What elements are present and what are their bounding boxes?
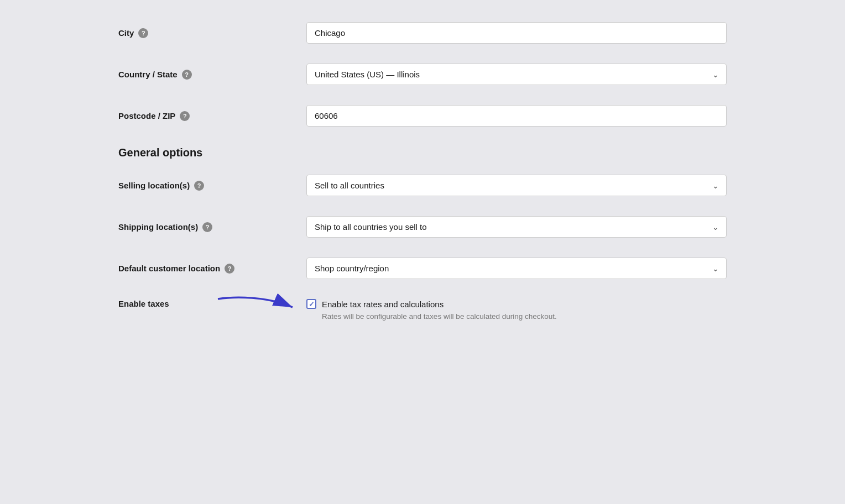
city-input[interactable] [306,22,727,44]
general-options-title: General options [118,146,727,159]
country-state-label: Country / State [118,70,178,79]
postcode-label: Postcode / ZIP [118,111,175,120]
shipping-locations-help-icon[interactable]: ? [202,222,212,232]
default-customer-location-select[interactable]: Shop country/region No location by defau… [306,258,727,279]
default-customer-location-label: Default customer location [118,264,220,273]
enable-taxes-checkbox-label: Enable tax rates and calculations [322,300,444,309]
selling-locations-row: Selling location(s) ? Sell to all countr… [118,175,727,196]
selling-locations-label: Selling location(s) [118,181,190,190]
postcode-row: Postcode / ZIP ? [118,105,727,127]
shipping-locations-select[interactable]: Ship to all countries you sell to Ship t… [306,216,727,238]
selling-locations-field: Sell to all countries Sell to specific c… [306,175,727,196]
enable-taxes-row: Enable taxes ✓ Enable tax rates and calc… [118,299,727,321]
country-state-select[interactable]: United States (US) — Illinois United Sta… [306,64,727,85]
city-help-icon[interactable]: ? [138,28,148,38]
postcode-input[interactable] [306,105,727,127]
city-label-group: City ? [118,28,306,38]
checkmark-icon: ✓ [309,300,315,308]
country-state-help-icon[interactable]: ? [182,70,192,80]
default-customer-location-row: Default customer location ? Shop country… [118,258,727,279]
enable-taxes-hint: Rates will be configurable and taxes wil… [322,312,727,321]
shipping-locations-label: Shipping location(s) [118,222,198,232]
city-label: City [118,28,134,38]
default-customer-location-field: Shop country/region No location by defau… [306,258,727,279]
shipping-locations-field: Ship to all countries you sell to Ship t… [306,216,727,238]
country-state-row: Country / State ? United States (US) — I… [118,64,727,85]
country-state-field: United States (US) — Illinois United Sta… [306,64,727,85]
postcode-field [306,105,727,127]
form-container: City ? Country / State ? United States (… [118,22,727,321]
city-row: City ? [118,22,727,44]
shipping-locations-label-group: Shipping location(s) ? [118,222,306,232]
city-field [306,22,727,44]
selling-locations-help-icon[interactable]: ? [194,181,204,191]
enable-taxes-checkbox[interactable]: ✓ [306,299,316,309]
selling-locations-label-group: Selling location(s) ? [118,181,306,191]
default-customer-location-select-wrapper: Shop country/region No location by defau… [306,258,727,279]
enable-taxes-label: Enable taxes [118,299,169,308]
postcode-help-icon[interactable]: ? [180,111,190,121]
enable-taxes-label-group: Enable taxes [118,299,306,308]
enable-taxes-field: ✓ Enable tax rates and calculations Rate… [306,299,727,321]
postcode-label-group: Postcode / ZIP ? [118,111,306,121]
shipping-locations-row: Shipping location(s) ? Ship to all count… [118,216,727,238]
default-customer-location-label-group: Default customer location ? [118,264,306,274]
selling-locations-select-wrapper: Sell to all countries Sell to specific c… [306,175,727,196]
country-state-select-wrapper: United States (US) — Illinois United Sta… [306,64,727,85]
country-state-label-group: Country / State ? [118,70,306,80]
shipping-locations-select-wrapper: Ship to all countries you sell to Ship t… [306,216,727,238]
selling-locations-select[interactable]: Sell to all countries Sell to specific c… [306,175,727,196]
enable-taxes-checkbox-row: ✓ Enable tax rates and calculations [306,299,727,309]
default-customer-location-help-icon[interactable]: ? [225,264,234,274]
